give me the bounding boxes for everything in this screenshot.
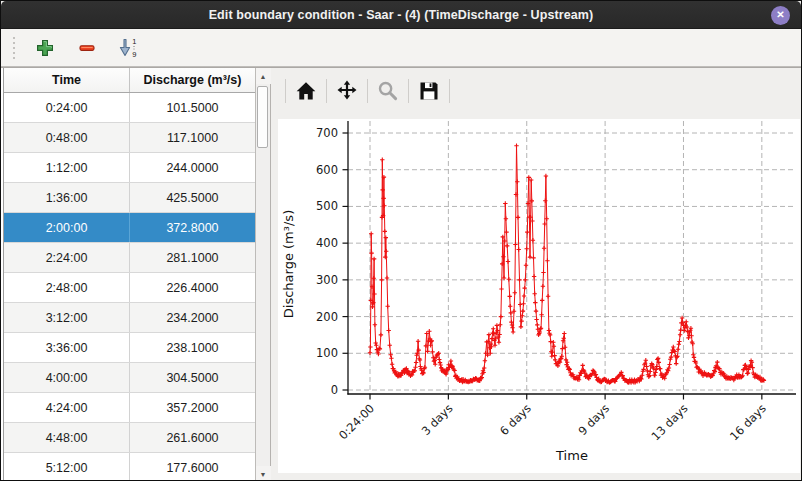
table-row[interactable]: 4:24:00357.2000: [4, 393, 255, 423]
x-tick-label: 6 days: [497, 401, 534, 438]
table-row[interactable]: 3:36:00238.1000: [4, 333, 255, 363]
boundary-table: Time Discharge (m³/s) 0:24:00101.50000:4…: [3, 68, 255, 481]
table-row[interactable]: 4:00:00304.5000: [4, 363, 255, 393]
table-cell-discharge[interactable]: 304.5000: [130, 363, 255, 392]
table-row[interactable]: 0:24:00101.5000: [4, 93, 255, 123]
y-tick-label: 200: [316, 310, 338, 324]
table-body: 0:24:00101.50000:48:00117.10001:12:00244…: [4, 93, 255, 481]
table-cell-time[interactable]: 4:48:00: [4, 423, 130, 452]
save-figure-button[interactable]: [415, 77, 443, 105]
pan-button[interactable]: [333, 77, 361, 105]
table-row[interactable]: 2:24:00281.1000: [4, 243, 255, 273]
table-cell-discharge[interactable]: 261.6000: [130, 423, 255, 452]
table-cell-time[interactable]: 4:00:00: [4, 363, 130, 392]
zoom-to-rect-button[interactable]: [374, 77, 402, 105]
toolbar-drag-handle-icon[interactable]: [11, 37, 17, 59]
close-button[interactable]: ✕: [771, 6, 790, 25]
table-cell-discharge[interactable]: 372.8000: [130, 213, 255, 242]
table-cell-discharge[interactable]: 425.5000: [130, 183, 255, 212]
y-tick-label: 700: [316, 126, 338, 140]
remove-row-button[interactable]: [73, 35, 101, 61]
scroll-down-icon: ▼: [260, 471, 267, 478]
edit-boundary-condition-window: Edit boundary condition - Saar - (4) (Ti…: [0, 0, 802, 481]
table-cell-time[interactable]: 2:48:00: [4, 273, 130, 302]
y-tick-label: 0: [331, 383, 338, 397]
table-cell-time[interactable]: 5:12:00: [4, 453, 130, 481]
table-cell-discharge[interactable]: 226.4000: [130, 273, 255, 302]
table-cell-discharge[interactable]: 244.0000: [130, 153, 255, 182]
y-tick-label: 100: [316, 346, 338, 360]
table-panel: Time Discharge (m³/s) 0:24:00101.50000:4…: [1, 68, 271, 481]
close-icon: ✕: [776, 10, 784, 20]
table-header: Time Discharge (m³/s): [4, 68, 255, 93]
table-cell-discharge[interactable]: 281.1000: [130, 243, 255, 272]
save-icon: [417, 79, 441, 103]
chart-toolbar: [271, 68, 801, 114]
scroll-up-button[interactable]: ▲: [256, 68, 271, 84]
x-tick-label: 3 days: [419, 401, 456, 438]
sort-badge-bottom: 9: [132, 50, 136, 59]
scrollbar-track[interactable]: [256, 84, 271, 466]
sort-ascending-icon: 1 9: [118, 37, 140, 59]
figure-canvas[interactable]: 01002003004005006007000:24:003 days6 day…: [278, 119, 800, 473]
table-row[interactable]: 2:48:00226.4000: [4, 273, 255, 303]
scroll-down-button[interactable]: ▼: [256, 466, 271, 481]
table-row[interactable]: 1:12:00244.0000: [4, 153, 255, 183]
table-row[interactable]: 2:00:00372.8000: [4, 213, 255, 243]
table-cell-time[interactable]: 0:48:00: [4, 123, 130, 152]
table-cell-time[interactable]: 1:12:00: [4, 153, 130, 182]
table-cell-time[interactable]: 0:24:00: [4, 93, 130, 122]
app-toolbar: 1 9: [1, 29, 801, 67]
table-cell-discharge[interactable]: 234.2000: [130, 303, 255, 332]
add-row-button[interactable]: [31, 35, 59, 61]
scrollbar-thumb[interactable]: [257, 86, 268, 148]
table-cell-discharge[interactable]: 117.1000: [130, 123, 255, 152]
table-cell-time[interactable]: 1:36:00: [4, 183, 130, 212]
table-cell-discharge[interactable]: 357.2000: [130, 393, 255, 422]
table-row[interactable]: 4:48:00261.6000: [4, 423, 255, 453]
x-tick-label: 0:24:00: [336, 401, 377, 442]
x-tick-label: 13 days: [649, 401, 691, 443]
table-row[interactable]: 5:12:00177.6000: [4, 453, 255, 481]
table-row[interactable]: 0:48:00117.1000: [4, 123, 255, 153]
table-cell-time[interactable]: 3:36:00: [4, 333, 130, 362]
x-tick-label: 9 days: [575, 401, 612, 438]
magnifier-icon: [376, 79, 400, 103]
table-scrollbar[interactable]: ▲ ▼: [255, 68, 270, 481]
x-tick-label: 16 days: [727, 401, 769, 443]
table-cell-discharge[interactable]: 177.6000: [130, 453, 255, 481]
sort-badge-top: 1: [132, 37, 136, 46]
table-cell-time[interactable]: 3:12:00: [4, 303, 130, 332]
column-header-discharge[interactable]: Discharge (m³/s): [130, 68, 255, 92]
titlebar[interactable]: Edit boundary condition - Saar - (4) (Ti…: [1, 1, 801, 29]
sort-rows-button[interactable]: 1 9: [115, 35, 143, 61]
minus-icon: [77, 38, 97, 58]
home-icon: [294, 79, 318, 103]
table-cell-discharge[interactable]: 101.5000: [130, 93, 255, 122]
pan-icon: [335, 79, 359, 103]
x-axis-label: Time: [555, 448, 588, 463]
table-cell-time[interactable]: 2:00:00: [4, 213, 130, 242]
table-cell-time[interactable]: 4:24:00: [4, 393, 130, 422]
table-cell-discharge[interactable]: 238.1000: [130, 333, 255, 362]
table-row[interactable]: 3:12:00234.2000: [4, 303, 255, 333]
chart-panel: 01002003004005006007000:24:003 days6 day…: [271, 68, 801, 481]
discharge-chart: 01002003004005006007000:24:003 days6 day…: [278, 119, 800, 473]
home-button[interactable]: [292, 77, 320, 105]
column-header-time[interactable]: Time: [4, 68, 130, 92]
y-tick-label: 400: [316, 236, 338, 250]
y-axis-label: Discharge (m³/s): [281, 210, 296, 318]
table-row[interactable]: 1:36:00425.5000: [4, 183, 255, 213]
content-area: Time Discharge (m³/s) 0:24:00101.50000:4…: [1, 67, 801, 481]
y-tick-label: 600: [316, 163, 338, 177]
table-cell-time[interactable]: 2:24:00: [4, 243, 130, 272]
y-tick-label: 500: [316, 199, 338, 213]
window-title: Edit boundary condition - Saar - (4) (Ti…: [209, 8, 594, 22]
plus-icon: [35, 38, 55, 58]
y-tick-label: 300: [316, 273, 338, 287]
scroll-up-icon: ▲: [260, 73, 267, 80]
